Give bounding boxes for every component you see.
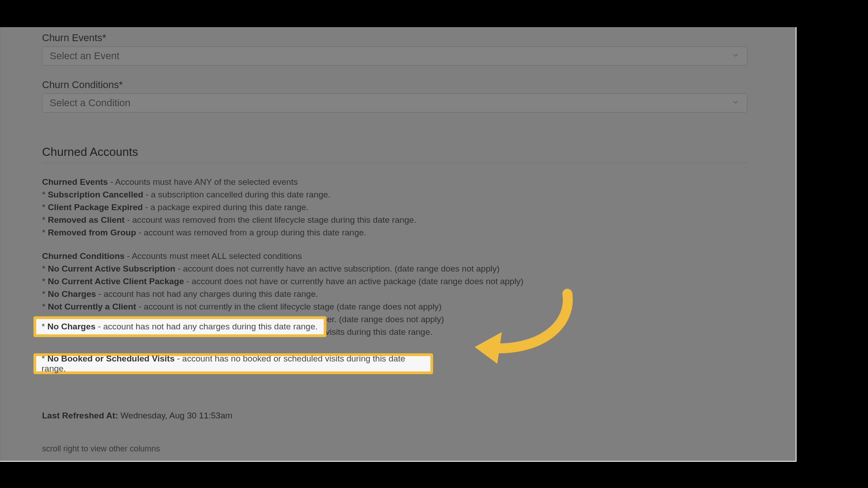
- conditions-header: Churned Conditions - Accounts must meet …: [42, 250, 747, 263]
- last-refreshed-label: Last Refreshed At:: [42, 411, 118, 420]
- highlight-text: * No Booked or Scheduled Visits - accoun…: [42, 354, 425, 374]
- last-refreshed-value: Wednesday, Aug 30 11:53am: [118, 411, 232, 420]
- events-block: Churned Events - Accounts must have ANY …: [42, 176, 747, 239]
- section-title: Churned Accounts: [42, 145, 754, 159]
- events-header: Churned Events - Accounts must have ANY …: [42, 176, 747, 188]
- label-churn-conditions: Churn Conditions*: [42, 79, 754, 91]
- conditions-header-rest: - Accounts must meet ALL selected condit…: [125, 251, 302, 261]
- label-churn-events: Churn Events*: [42, 32, 754, 44]
- condition-item: * Not Currently a Client - account is no…: [42, 300, 747, 313]
- chevron-down-icon: [731, 51, 740, 61]
- panel: Churn Events* Select an Event Churn Cond…: [0, 27, 797, 462]
- select-churn-events[interactable]: Select an Event: [42, 47, 747, 66]
- select-churn-conditions[interactable]: Select a Condition: [42, 94, 747, 113]
- divider: [42, 163, 747, 163]
- event-item: * Subscription Cancelled - a subscriptio…: [42, 188, 747, 201]
- select-churn-conditions-placeholder: Select a Condition: [50, 97, 131, 109]
- event-item: * Removed as Client - account was remove…: [42, 214, 747, 226]
- event-item: * Removed from Group - account was remov…: [42, 226, 747, 239]
- event-item: * Client Package Expired - a package exp…: [42, 201, 747, 214]
- highlight-no-booked-visits: * No Booked or Scheduled Visits - accoun…: [33, 353, 433, 374]
- content: Churn Events* Select an Event Churn Cond…: [42, 28, 754, 454]
- events-header-rest: - Accounts must have ANY of the selected…: [108, 177, 298, 187]
- condition-item: * No Charges - account has not had any c…: [42, 288, 747, 300]
- slide: Churn Events* Select an Event Churn Cond…: [0, 27, 868, 461]
- select-churn-events-placeholder: Select an Event: [50, 50, 119, 62]
- stage: Churn Events* Select an Event Churn Cond…: [0, 0, 868, 488]
- conditions-header-bold: Churned Conditions: [42, 251, 125, 261]
- condition-item: * No Current Active Subscription - accou…: [42, 263, 747, 275]
- chevron-down-icon: [731, 98, 740, 108]
- highlight-no-charges: * No Charges - account has not had any c…: [33, 316, 326, 337]
- events-header-bold: Churned Events: [42, 177, 108, 187]
- scroll-hint: scroll right to view other columns: [42, 444, 754, 454]
- condition-item: * No Current Active Client Package - acc…: [42, 275, 747, 288]
- highlight-text: * No Charges - account has not had any c…: [42, 322, 317, 332]
- last-refreshed: Last Refreshed At: Wednesday, Aug 30 11:…: [42, 411, 754, 421]
